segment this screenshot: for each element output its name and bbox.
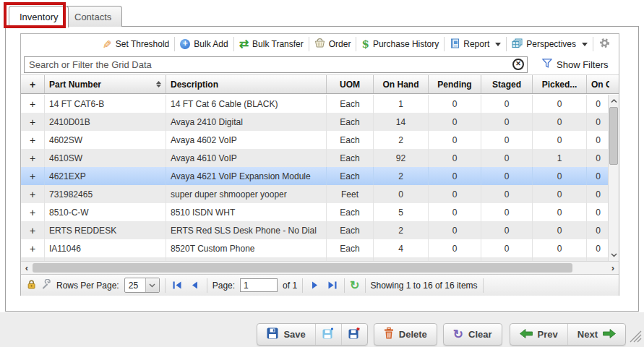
perspectives-button[interactable]: Perspectives	[507, 36, 593, 52]
lock-icon[interactable]	[27, 279, 36, 291]
cell-part-number: 14 FT CAT6-B	[45, 95, 166, 113]
cell-on-order: 0	[587, 149, 609, 167]
row-expand-button[interactable]: +	[21, 95, 45, 113]
cell-staged: 0	[481, 131, 533, 149]
column-header-pending[interactable]: Pending	[429, 75, 481, 93]
cell-uom: Each	[327, 221, 374, 239]
row-expand-button[interactable]: +	[21, 185, 45, 203]
row-expand-button[interactable]: +	[21, 221, 45, 239]
prev-page-button[interactable]	[189, 279, 202, 292]
row-expand-button[interactable]: +	[21, 167, 45, 185]
inventory-panel: ✎ Set Threshold + Bulk Add ⇄ Bulk Transf…	[5, 26, 639, 312]
column-header-description[interactable]: Description	[166, 75, 327, 93]
prev-button[interactable]: Prev	[510, 324, 567, 345]
column-header-on-order[interactable]: On Order	[587, 75, 609, 93]
chevron-down-icon	[495, 43, 501, 46]
column-header-uom[interactable]: UOM	[327, 75, 374, 93]
prev-button-label: Prev	[538, 329, 558, 340]
vertical-scrollbar-thumb[interactable]	[609, 107, 618, 165]
refresh-icon[interactable]: ↻	[350, 280, 359, 291]
sort-icon	[156, 81, 161, 87]
cell-pending: 0	[429, 185, 481, 203]
cell-uom: Each	[327, 113, 374, 131]
save-new-button[interactable]	[315, 324, 341, 345]
page-of-label: of 1	[283, 280, 297, 291]
save-close-button[interactable]	[341, 324, 367, 345]
pagination-separator	[344, 278, 345, 293]
row-expand-button[interactable]: +	[21, 131, 45, 149]
chevron-down-icon	[145, 278, 159, 292]
cell-staged: 0	[481, 167, 533, 185]
cell-on-hand: 2	[374, 167, 429, 185]
row-expand-button[interactable]: +	[21, 203, 45, 221]
table-row[interactable]: + 4602SW Avaya 4602 VoIP Each 2 0 0 0 0	[21, 131, 609, 149]
vertical-scrollbar[interactable]	[608, 95, 619, 261]
tab-inventory-label: Inventory	[20, 12, 58, 22]
scroll-down-icon[interactable]	[609, 249, 619, 260]
scroll-left-icon[interactable]: ‹	[22, 262, 32, 274]
show-filters-button[interactable]: Show Filters	[542, 59, 609, 70]
last-page-button[interactable]	[326, 279, 339, 292]
page-label: Page:	[212, 280, 235, 291]
tab-contacts-label: Contacts	[74, 12, 111, 22]
horizontal-scrollbar-thumb[interactable]	[33, 263, 572, 273]
pagination-separator	[302, 278, 303, 293]
clear-search-icon[interactable]: ✕	[512, 59, 524, 70]
table-row[interactable]: + 2410D01B Avaya 2410 Digital Each 14 0 …	[21, 113, 609, 131]
cell-description: Avaya 4621 VoIP Expansion Module	[166, 167, 327, 185]
settings-button[interactable]	[593, 38, 616, 51]
purchase-history-button[interactable]: $ Purchase History	[356, 36, 444, 52]
first-page-button[interactable]	[171, 279, 184, 292]
row-expand-button[interactable]: +	[21, 149, 45, 167]
horizontal-scrollbar[interactable]: ‹ ›	[21, 261, 619, 274]
basket-icon	[314, 38, 325, 50]
row-expand-button[interactable]: +	[21, 239, 45, 257]
cell-on-hand: 5	[374, 203, 429, 221]
wrench-icon[interactable]	[41, 279, 51, 291]
cell-picked: 0	[533, 95, 587, 113]
column-header-on-hand[interactable]: On Hand	[374, 75, 429, 93]
next-page-button[interactable]	[308, 279, 321, 292]
save-button-label: Save	[283, 329, 305, 340]
scroll-right-icon[interactable]: ›	[608, 262, 618, 274]
bulk-add-button[interactable]: + Bulk Add	[175, 36, 233, 52]
grid-toolbar: ✎ Set Threshold + Bulk Add ⇄ Bulk Transf…	[21, 34, 619, 54]
row-expand-button[interactable]: +	[21, 113, 45, 131]
save-button[interactable]: Save	[257, 324, 314, 345]
report-button[interactable]: Report	[445, 36, 506, 52]
rows-per-page-select[interactable]: 25	[124, 278, 160, 293]
cell-on-order: 0	[587, 95, 609, 113]
resize-grip-icon[interactable]	[627, 328, 642, 346]
page-input[interactable]	[240, 278, 278, 292]
table-row[interactable]: + IA11046 8520T Custom Phone Each 4 0 0 …	[21, 239, 609, 257]
bulk-transfer-label: Bulk Transfer	[252, 39, 304, 49]
pagination-separator	[483, 278, 484, 293]
cell-picked: 0	[533, 203, 587, 221]
bulk-transfer-button[interactable]: ⇄ Bulk Transfer	[234, 36, 309, 52]
table-row[interactable]: + 4621EXP Avaya 4621 VoIP Expansion Modu…	[21, 167, 609, 185]
pagination-separator	[165, 278, 166, 293]
cell-part-number: IA11046	[45, 239, 166, 257]
tab-contacts[interactable]: Contacts	[64, 6, 122, 27]
table-row[interactable]: + 14 FT CAT6-B 14 FT Cat 6 Cable (BLACK)…	[21, 95, 609, 113]
part-number-header-label: Part Number	[49, 80, 101, 90]
table-row[interactable]: + 8510-C-W 8510 ISDN WHT Each 5 0 0 0 0	[21, 203, 609, 221]
order-button[interactable]: Order	[309, 36, 356, 52]
table-row[interactable]: + 4610SW Avaya 4610 VoIP Each 92 0 0 1 0	[21, 149, 609, 167]
cell-staged: 0	[481, 203, 533, 221]
next-button[interactable]: Next	[567, 324, 625, 345]
set-threshold-button[interactable]: ✎ Set Threshold	[98, 36, 174, 52]
tab-inventory[interactable]: Inventory	[9, 6, 69, 27]
table-row[interactable]: + 731982465 super duper shmooper yooper …	[21, 185, 609, 203]
clear-button[interactable]: ↻ Clear	[444, 324, 502, 345]
column-header-picked[interactable]: Picked...	[533, 75, 587, 93]
scroll-up-icon[interactable]	[609, 95, 619, 106]
column-header-part-number[interactable]: Part Number	[45, 75, 166, 93]
grid-panel: ✎ Set Threshold + Bulk Add ⇄ Bulk Transf…	[20, 33, 619, 296]
footer-buttons: Save	[257, 323, 626, 346]
search-input[interactable]	[24, 56, 528, 73]
column-header-staged[interactable]: Staged	[481, 75, 533, 93]
table-row[interactable]: + ERTS REDDESK ERTS Red SLS Desk Phone -…	[21, 221, 609, 239]
delete-button[interactable]: Delete	[374, 324, 437, 345]
column-header-expand[interactable]: +	[21, 75, 45, 93]
